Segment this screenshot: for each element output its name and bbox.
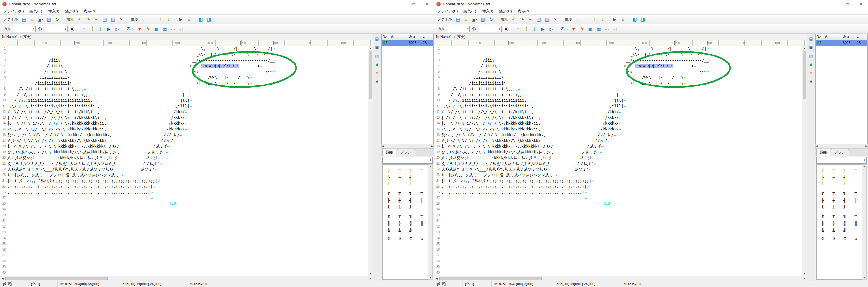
aa-list-row[interactable] — [816, 120, 867, 126]
save-all-button[interactable]: ▥ — [479, 15, 487, 23]
editor-line[interactable]: 10 / /\,,iiiiiiiiiiiiiiiiiiiiiiiiiii,,, … — [434, 98, 802, 103]
editor-line[interactable]: 29 — [434, 206, 802, 212]
list-column-header[interactable]: No — [816, 34, 824, 39]
editor-line[interactable]: 13| /\ / \ iiii/// /\ /\ \\iii/kkkkkkk\i… — [434, 115, 802, 121]
list-column-header[interactable]: Byte — [408, 34, 422, 39]
minimize-button[interactable]: — — [394, 0, 407, 8]
palette-char[interactable]: ┬ — [829, 167, 840, 172]
aa-list-row[interactable] — [816, 57, 867, 63]
editor-line[interactable]: 21爻ソ从リ八ソミ人彡/ \_/从爻ソ人从ミ从ソ彡从彡ソ从ミ彡 ノソ从彡'↵ — [434, 161, 802, 166]
editor-canvas[interactable]: 1 \, |\ /| \ /|↵2 — [0, 46, 368, 276]
run-to-end-button[interactable]: ▷ — [547, 25, 555, 33]
palette-char[interactable]: ┏ — [817, 190, 829, 195]
aa-list-row[interactable] — [382, 45, 433, 51]
list-column-header[interactable]: Li — [856, 34, 867, 39]
tab-brush[interactable]: ブラシ — [397, 149, 415, 156]
editor-line[interactable]: 37 — [434, 253, 802, 258]
redo-button[interactable]: ↷ — [518, 15, 526, 23]
editor-line[interactable]: 11 /\/ / \,iiiiiiiiii/\iiiiiiiiiiiiiiii,… — [434, 103, 802, 109]
palette-char[interactable]: ┣ — [817, 198, 829, 203]
insert-parts-combo[interactable]: ▾ — [479, 26, 502, 32]
list-column-header[interactable]: 名 — [824, 34, 842, 39]
horizontal-scroll-thumb[interactable] — [5, 277, 107, 280]
palette-char[interactable]: ╚ — [817, 228, 829, 233]
undo-button[interactable]: ↶ — [510, 15, 518, 23]
editor-line[interactable]: 25:;:;:;:;:;:;:;:;:;:;:;:;:;:;:;:;:;:;:;… — [434, 184, 802, 189]
menu-edit[interactable]: 編集(E) — [461, 8, 479, 14]
editor-line[interactable]: 27______________________________________… — [0, 195, 368, 201]
play-fast-button[interactable]: » — [185, 15, 193, 23]
close-button[interactable]: × — [854, 0, 868, 8]
aa-list-row[interactable] — [816, 80, 867, 86]
editor-line[interactable]: 8 /\ /iiiiiiiiiiiiiiiiiii\,,,,↵ — [434, 86, 802, 92]
palette-char[interactable]: ┏ — [383, 190, 395, 195]
redo-button[interactable]: ↷ — [84, 15, 92, 23]
menu-insert[interactable]: 挿入(I) — [45, 8, 62, 14]
palette-scroll-down-icon[interactable]: ▼ — [429, 277, 432, 279]
palette-char[interactable]: ┣ — [383, 198, 395, 203]
shift-down-button[interactable]: ↓ — [599, 15, 607, 23]
palette-char[interactable]: ╦ — [829, 213, 840, 218]
open-file-button[interactable]: ▱ — [462, 15, 470, 23]
editor-line[interactable]: 19爻ミ)ソ从ヘ人\ / /\ \ kkkkkkkk//\ヘ从从kkkkk\从ミ… — [434, 149, 802, 155]
aa-list-row[interactable] — [816, 45, 867, 51]
palette-char[interactable]: ┤ — [839, 175, 850, 180]
list-column-header[interactable]: Byte — [842, 34, 856, 39]
panel-settings-icon[interactable]: ✱ — [374, 78, 380, 85]
palette-char[interactable]: ┓ — [839, 190, 850, 195]
horizontal-scrollbar[interactable]: ◀ ▶ — [0, 276, 373, 281]
editor-line[interactable]: 39 — [0, 264, 368, 270]
palette-char[interactable] — [850, 182, 862, 188]
palette-char[interactable]: ┌ — [817, 167, 829, 172]
mirror-vertical-button[interactable]: ◨ — [205, 15, 213, 23]
undo-button[interactable]: ↶ — [76, 15, 84, 23]
save-all-button[interactable]: ▥ — [45, 15, 53, 23]
horizontal-scrollbar[interactable]: ◀ ▶ — [434, 276, 807, 281]
editor-line[interactable]: 28 [EOF] — [0, 201, 368, 206]
palette-char[interactable]: ∋ — [395, 236, 406, 241]
aa-list-row[interactable] — [816, 74, 867, 80]
palette-scroll-up-icon[interactable]: ▲ — [429, 164, 432, 167]
cut-button[interactable]: ✂ — [93, 15, 100, 23]
palette-char[interactable]: ╗ — [405, 213, 416, 218]
editor-line[interactable]: 9 / V,,iiiiiiiiiiiiiiiiiiiiiii,,, |i↵ — [434, 92, 802, 98]
editor-line[interactable]: 14|/ \ /\ \ i///\ / \/ \ \\/kkkkkkkkkkk\… — [0, 121, 368, 126]
palette-char[interactable] — [416, 182, 428, 188]
palette-char[interactable]: ┐ — [405, 167, 416, 172]
aa-list-row[interactable] — [816, 126, 867, 132]
list-column-header[interactable]: 名 — [390, 34, 408, 39]
editor-canvas[interactable]: 1 \, |\ /| \ /|↵2 — [434, 46, 802, 276]
aa-list-row[interactable] — [382, 63, 433, 69]
palette-char[interactable]: ╗ — [839, 213, 850, 218]
shift-right-button[interactable]: → — [582, 15, 590, 23]
palette-char[interactable] — [416, 205, 428, 211]
palette-char[interactable]: ┫ — [405, 198, 416, 203]
copy-button[interactable]: ▧ — [101, 15, 108, 23]
palette-char[interactable]: ─ — [416, 167, 428, 172]
editor-line[interactable]: 15/\ ,,V \ \// \/ /\ /\ \ kkkkk/\kkkkkkk… — [434, 126, 802, 132]
vertical-scrollbar[interactable]: ▲ ▼ — [368, 46, 373, 276]
palette-char[interactable]: ∋ — [829, 236, 840, 241]
close-button[interactable]: × — [420, 0, 434, 8]
editor-line[interactable]: 12/ \/ /\ iiiiiii//\/ \/\iiiiiii/kkk\ii,… — [0, 109, 368, 115]
editor-line[interactable]: 38 — [434, 258, 802, 264]
aa-list-row[interactable] — [382, 103, 433, 109]
editor-line[interactable]: 7 /iiiiiiiiiiiiii\ \| /W \ | \ / \↵ — [434, 81, 802, 86]
favorites-button[interactable]: ♥ — [136, 25, 144, 33]
scroll-up-icon[interactable]: ▲ — [368, 46, 373, 51]
favorites-button[interactable]: ♥ — [570, 25, 578, 33]
insert-aa-combo[interactable]: ▾ — [13, 26, 36, 32]
shift-right-button[interactable]: → — [148, 15, 156, 23]
editor-line[interactable]: 15/\ ,,V \ \// \/ /\ /\ \ kkkkk/\kkkkkkk… — [0, 126, 368, 132]
palette-char[interactable]: ╣ — [405, 221, 416, 226]
editor-line[interactable]: 3 /iii\ __\-----------------------------… — [0, 57, 368, 63]
palette-char[interactable]: │ — [850, 175, 862, 180]
insert-mark-button[interactable]: ¶▾ — [36, 25, 44, 33]
panel-brush-icon[interactable]: ✎ — [808, 70, 814, 76]
palette-char[interactable]: ┻ — [829, 205, 840, 211]
document-tab[interactable]: NoName1.txt[変更] — [0, 34, 373, 40]
aa-list-row[interactable] — [816, 92, 867, 97]
panel-save-icon[interactable]: ▣ — [808, 44, 814, 51]
editor-line[interactable]: 28 [EOF] — [434, 201, 802, 206]
editor-line[interactable]: 35 — [0, 241, 368, 247]
